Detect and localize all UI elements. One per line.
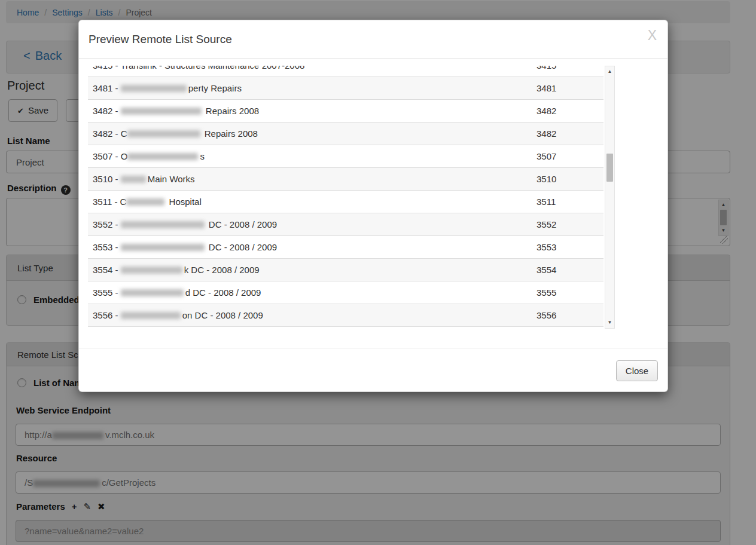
project-description: 3415 - Translink - Structures Maintenanc… [93, 66, 536, 76]
redacted-text [121, 108, 202, 115]
redacted-text [121, 176, 146, 183]
project-id: 3415 [536, 66, 603, 76]
list-item[interactable]: 3552 - DC - 2008 / 20093552 [88, 213, 603, 236]
project-id: 3510 [536, 168, 603, 190]
redacted-text [121, 312, 181, 319]
list-item[interactable]: 3482 - Repairs 20083482 [88, 100, 603, 123]
project-description: 3553 - DC - 2008 / 2009 [93, 236, 536, 258]
modal-footer: Close [79, 348, 667, 391]
project-description: 3555 - d DC - 2008 / 2009 [93, 281, 536, 304]
project-id: 3482 [536, 123, 603, 145]
project-id: 3481 [536, 77, 603, 99]
redacted-text [121, 85, 187, 92]
list-item[interactable]: 3553 - DC - 2008 / 20093553 [88, 236, 603, 259]
close-icon[interactable]: X [648, 27, 657, 44]
scroll-up-icon[interactable]: ▲ [605, 68, 614, 75]
redacted-text [127, 130, 200, 137]
project-description: 3554 - k DC - 2008 / 2009 [93, 259, 536, 281]
project-description: 3511 - C Hospital [93, 191, 536, 213]
redacted-text [127, 153, 198, 160]
list-item[interactable]: 3507 - Os3507 [88, 145, 603, 168]
redacted-text [121, 267, 182, 274]
project-id: 3552 [536, 213, 603, 235]
list-item[interactable]: 3555 - d DC - 2008 / 20093555 [88, 281, 603, 304]
project-id: 3554 [536, 259, 603, 281]
preview-modal: Preview Remote List Source X 3415 - Tran… [78, 20, 668, 392]
modal-title: Preview Remote List Source [89, 33, 232, 46]
project-description: 3482 - Repairs 2008 [93, 100, 536, 122]
list-item[interactable]: 3415 - Translink - Structures Maintenanc… [88, 66, 603, 77]
project-description: 3481 - perty Repairs [93, 77, 536, 99]
project-id: 3482 [536, 100, 603, 122]
redacted-text [126, 198, 164, 206]
list-item[interactable]: 3556 - on DC - 2008 / 20093556 [88, 304, 603, 327]
preview-list-rows: 3415 - Translink - Structures Maintenanc… [88, 66, 603, 327]
project-id: 3555 [536, 281, 603, 304]
list-item[interactable]: 3481 - perty Repairs3481 [88, 77, 603, 100]
list-scrollbar[interactable]: ▲ ▼ [605, 66, 615, 329]
project-description: 3482 - C Repairs 2008 [93, 123, 536, 145]
redacted-text [121, 289, 184, 296]
redacted-text [121, 221, 205, 228]
preview-list: 3415 - Translink - Structures Maintenanc… [88, 66, 603, 329]
project-id: 3511 [536, 191, 603, 213]
close-button[interactable]: Close [616, 360, 658, 381]
modal-header: Preview Remote List Source X [79, 20, 667, 59]
project-description: 3556 - on DC - 2008 / 2009 [93, 304, 536, 326]
project-description: 3507 - Os [93, 145, 536, 167]
list-item[interactable]: 3554 - k DC - 2008 / 20093554 [88, 259, 603, 281]
project-id: 3507 [536, 145, 603, 167]
project-id: 3556 [536, 304, 603, 326]
scroll-down-icon[interactable]: ▼ [605, 319, 614, 326]
project-description: 3552 - DC - 2008 / 2009 [93, 213, 536, 235]
list-item[interactable]: 3510 - Main Works3510 [88, 168, 603, 191]
scrollbar-thumb[interactable] [606, 154, 613, 182]
project-id: 3553 [536, 236, 603, 258]
list-item[interactable]: 3482 - C Repairs 20083482 [88, 123, 603, 145]
list-item[interactable]: 3511 - C Hospital3511 [88, 191, 603, 213]
project-description: 3510 - Main Works [93, 168, 536, 190]
redacted-text [121, 244, 205, 251]
